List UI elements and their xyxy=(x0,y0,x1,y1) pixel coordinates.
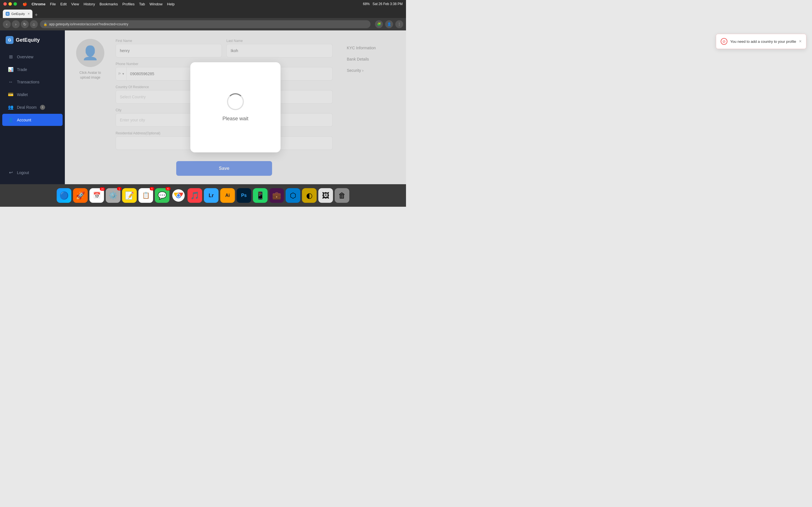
logo-icon: G xyxy=(6,36,13,44)
lr-icon: Lr xyxy=(209,193,214,199)
sidebar-item-wallet[interactable]: 💳 Wallet xyxy=(2,89,63,101)
music-icon: 🎵 xyxy=(190,191,199,200)
launchpad-icon: 🚀 xyxy=(76,191,85,200)
slack-icon: 💼 xyxy=(272,191,281,200)
dock-settings[interactable]: ⚙️ 1 xyxy=(106,188,120,203)
battery-status: 68% xyxy=(363,2,370,6)
active-tab[interactable]: G GetEquity × xyxy=(3,10,33,18)
menu-dots-button[interactable]: ⋮ xyxy=(395,20,403,28)
sidebar-label-trade: Trade xyxy=(17,67,27,72)
svg-point-3 xyxy=(177,194,180,197)
menu-profiles[interactable]: Profiles xyxy=(122,2,135,6)
logo: G GetEquity xyxy=(0,36,65,51)
dock-app1[interactable]: ◐ xyxy=(302,188,317,203)
dock-illustrator[interactable]: Ai xyxy=(220,188,235,203)
sidebar-item-overview[interactable]: ⊞ Overview xyxy=(2,51,63,63)
notes-icon: 📝 xyxy=(125,191,134,200)
back-button[interactable]: ‹ xyxy=(3,20,11,28)
calendar-badge: 26 xyxy=(100,187,105,191)
menu-help[interactable]: Help xyxy=(167,2,175,6)
content-area: G GetEquity ⊞ Overview 📊 Trade ↔ Transac… xyxy=(0,31,406,184)
settings-badge: 1 xyxy=(117,187,121,190)
dock-lightroom[interactable]: Lr xyxy=(204,188,218,203)
sidebar-label-logout: Logout xyxy=(17,170,29,175)
ai-icon: Ai xyxy=(225,193,230,198)
dock-notes[interactable]: 📝 xyxy=(122,188,137,203)
address-bar[interactable]: 🔒 app.getequity.io/investor/account?redi… xyxy=(40,20,370,28)
reload-button[interactable]: ↻ xyxy=(21,20,29,28)
whatsapp-icon: 📱 xyxy=(256,191,265,200)
tab-title: GetEquity xyxy=(11,12,25,15)
menu-apple[interactable]: 🍎 xyxy=(22,2,27,6)
sidebar-item-logout[interactable]: ↩ Logout xyxy=(2,166,63,179)
settings-icon: ⚙️ xyxy=(109,191,117,200)
browser-bar: ‹ › ↻ ⌂ 🔒 app.getequity.io/investor/acco… xyxy=(0,18,406,31)
logo-text: GetEquity xyxy=(16,37,40,43)
menu-window[interactable]: Window xyxy=(149,2,162,6)
maximize-button[interactable] xyxy=(13,2,17,6)
menu-file[interactable]: File xyxy=(50,2,56,6)
dock-launchpad[interactable]: 🚀 xyxy=(73,188,88,203)
menu-tab[interactable]: Tab xyxy=(139,2,145,6)
reminders-badge: 5 xyxy=(150,187,154,190)
close-button[interactable] xyxy=(3,2,7,6)
vscode-icon: ⬡ xyxy=(290,191,296,200)
trash-icon: 🗑 xyxy=(338,191,346,200)
dealroom-icon: 👥 xyxy=(8,105,13,110)
sidebar-item-account[interactable]: 👤 Account xyxy=(2,114,63,126)
messages-badge: 41 xyxy=(165,187,170,190)
dock-whatsapp[interactable]: 📱 xyxy=(253,188,267,203)
menu-bookmarks[interactable]: Bookmarks xyxy=(100,2,118,6)
dock-preview[interactable]: 🖼 xyxy=(318,188,333,203)
sidebar-label-overview: Overview xyxy=(17,55,33,59)
main-content: 👤 Click Avatar toupload image First Name… xyxy=(65,31,406,184)
dock-trash[interactable]: 🗑 xyxy=(335,188,349,203)
titlebar-left: 🍎 Chrome File Edit View History Bookmark… xyxy=(3,2,174,6)
home-button[interactable]: ⌂ xyxy=(30,20,38,28)
account-icon: 👤 xyxy=(8,117,13,122)
overview-icon: ⊞ xyxy=(8,54,13,59)
tab-close[interactable]: × xyxy=(28,12,30,16)
dock-calendar[interactable]: 📅 26 xyxy=(89,188,104,203)
reminders-icon: 📋 xyxy=(142,192,150,199)
dock-finder[interactable]: 🔵 xyxy=(57,188,71,203)
menu-edit[interactable]: Edit xyxy=(60,2,66,6)
dock: 🔵 🚀 📅 26 ⚙️ 1 📝 📋 5 💬 41 🎵 Lr xyxy=(0,184,406,207)
dock-messages[interactable]: 💬 41 xyxy=(155,188,169,203)
minimize-button[interactable] xyxy=(8,2,12,6)
tab-bar: G GetEquity × + xyxy=(0,8,406,18)
titlebar: 🍎 Chrome File Edit View History Bookmark… xyxy=(0,0,406,8)
forward-button[interactable]: › xyxy=(12,20,20,28)
dock-music[interactable]: 🎵 xyxy=(188,188,202,203)
clock: Sat 26 Feb 3:38 PM xyxy=(372,2,403,6)
profile-button[interactable]: 👤 xyxy=(385,20,393,28)
traffic-lights[interactable] xyxy=(3,2,17,6)
dock-reminders[interactable]: 📋 5 xyxy=(139,188,153,203)
dock-chrome[interactable] xyxy=(171,188,186,203)
calendar-icon: 📅 xyxy=(93,192,101,199)
sidebar-nav: ⊞ Overview 📊 Trade ↔ Transactions 💳 Wall… xyxy=(0,51,65,166)
loading-text: Please wait xyxy=(222,116,248,122)
dock-slack[interactable]: 💼 xyxy=(269,188,284,203)
menu-chrome[interactable]: Chrome xyxy=(32,2,45,6)
sidebar-item-dealroom[interactable]: 👥 Deal Room i xyxy=(2,101,63,113)
app1-icon: ◐ xyxy=(306,191,313,200)
finder-icon: 🔵 xyxy=(59,191,68,200)
menu-history[interactable]: History xyxy=(84,2,95,6)
nav-buttons: ‹ › ↻ ⌂ xyxy=(3,20,38,28)
sidebar-item-trade[interactable]: 📊 Trade xyxy=(2,63,63,75)
tab-favicon: G xyxy=(6,12,10,16)
dock-photoshop[interactable]: Ps xyxy=(237,188,251,203)
new-tab-button[interactable]: + xyxy=(35,12,38,18)
sidebar-item-transactions[interactable]: ↔ Transactions xyxy=(2,76,63,88)
dock-vscode[interactable]: ⬡ xyxy=(286,188,300,203)
trade-icon: 📊 xyxy=(8,67,13,72)
menu-view[interactable]: View xyxy=(71,2,79,6)
transactions-icon: ↔ xyxy=(8,79,13,84)
sidebar-label-wallet: Wallet xyxy=(17,93,28,97)
extensions-button[interactable]: 🧩 xyxy=(375,20,383,28)
dealroom-badge: i xyxy=(40,105,45,110)
sidebar: G GetEquity ⊞ Overview 📊 Trade ↔ Transac… xyxy=(0,31,65,184)
menu-bar: 🍎 Chrome File Edit View History Bookmark… xyxy=(22,2,174,6)
url-text: app.getequity.io/investor/account?redire… xyxy=(49,22,128,26)
